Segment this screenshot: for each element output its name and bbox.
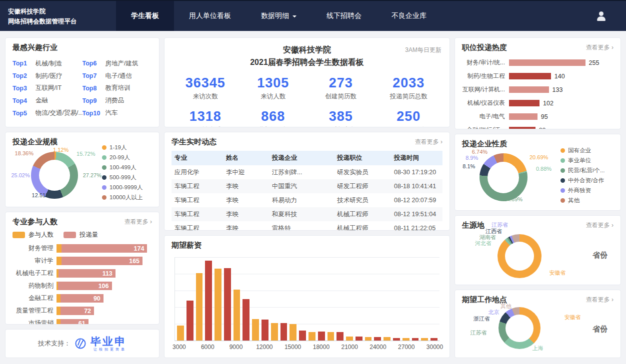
donut-hole bbox=[488, 162, 519, 193]
heat-bar bbox=[509, 59, 586, 66]
work-location-donut: 省份 其他北京浙江省江苏省上海安徽省 bbox=[462, 305, 614, 350]
legend-item[interactable]: 民营/私营/个... bbox=[560, 167, 614, 174]
legend-item[interactable]: 1000-9999人 bbox=[102, 184, 152, 191]
histogram-bar bbox=[384, 337, 390, 341]
nav-tab-线下招聘会[interactable]: 线下招聘会 bbox=[312, 1, 376, 31]
biyeshen-tagline: 让校招更简单 bbox=[94, 348, 126, 351]
donut-label: 上海 bbox=[532, 345, 544, 352]
x-axis-tick-label: 27000 bbox=[398, 344, 414, 351]
legend-item[interactable]: 10000人以上 bbox=[102, 194, 152, 201]
major-track: 165 bbox=[56, 257, 152, 265]
legend-label: 参与人数 bbox=[28, 231, 54, 239]
origin-donut: 省份 江苏省江西省湖南省河北省安徽省 bbox=[462, 230, 614, 277]
table-cell: 李映 bbox=[223, 193, 269, 207]
legend-label: 民营/私营/个... bbox=[568, 167, 604, 174]
industry-item: Top4金融 bbox=[12, 94, 82, 107]
nav-tab-学生看板[interactable]: 学生看板 bbox=[116, 1, 174, 31]
histogram-bar bbox=[290, 324, 296, 341]
heat-value: 140 bbox=[554, 73, 565, 80]
table-cell: 研发实验员 bbox=[334, 165, 391, 179]
table-column-header: 专业 bbox=[172, 151, 223, 165]
table-cell: 车辆工程 bbox=[172, 221, 223, 231]
stat-item: 385通过初审数 bbox=[307, 109, 375, 127]
legend-dot bbox=[560, 198, 565, 203]
legend-item[interactable]: 投递量 bbox=[64, 231, 98, 239]
nav-tab-label: 用人单位看板 bbox=[189, 11, 231, 20]
legend-label: 500-999人 bbox=[110, 174, 136, 181]
origin-title: 生源地 bbox=[462, 221, 484, 230]
table-row: 车辆工程李映中国重汽研发工程师08-18 10:41:41 bbox=[172, 179, 442, 193]
major-label: 机械电子工程 bbox=[12, 269, 56, 278]
stat-value: 273 bbox=[307, 75, 375, 91]
company-size-chart-row: 1.12%15.72%27.27%12.51%25.02%18.36% 1-19… bbox=[12, 147, 152, 198]
legend-item[interactable]: 20-99人 bbox=[102, 154, 152, 161]
major-label: 财务管理 bbox=[12, 244, 56, 253]
activity-table-body: 应用化学李中迎江苏剑牌...研发实验员08-30 17:19:20车辆工程李映中… bbox=[172, 165, 442, 231]
histogram-bar bbox=[374, 337, 381, 341]
brand: 安徽科技学院 网络招聘会数据管理平台 bbox=[0, 1, 116, 31]
job-heat-view-more-link[interactable]: 查看更多 › bbox=[586, 43, 614, 52]
company-type-legend: 国有企业事业单位民营/私营/个...中外合资/合作外商独资其他 bbox=[560, 149, 614, 202]
legend-item[interactable]: 国有企业 bbox=[560, 147, 614, 154]
legend-item[interactable]: 外商独资 bbox=[560, 187, 614, 194]
delivery-bar: 61 bbox=[60, 319, 88, 325]
legend-item[interactable]: 1-19人 bbox=[102, 144, 152, 151]
legend-item[interactable]: 500-999人 bbox=[102, 174, 152, 181]
nav-tab-数据明细[interactable]: 数据明细 bbox=[246, 1, 312, 31]
dashboard-title: 安徽科技学院 2021届春季招聘会学生数据看板 bbox=[172, 44, 442, 69]
donut-ring bbox=[498, 234, 542, 278]
origin-axis-label: 省份 bbox=[592, 251, 608, 260]
activity-view-more-link[interactable]: 查看更多 › bbox=[415, 138, 442, 146]
legend-item[interactable]: 参与人数 bbox=[12, 231, 54, 239]
donut-label: 河北省 bbox=[475, 240, 492, 247]
card-origin: 生源地 查看更多 › 省份 江苏省江西省湖南省河北省安徽省 bbox=[454, 215, 621, 285]
x-axis-tick-label: 15000 bbox=[284, 344, 301, 351]
histogram-bar bbox=[214, 269, 222, 341]
heat-row: 电子/电气95 bbox=[462, 112, 614, 121]
histogram-bar bbox=[365, 337, 372, 341]
legend-label: 20-99人 bbox=[110, 154, 130, 161]
card-company-size: 投递企业规模 1.12%15.72%27.27%12.51%25.02%18.3… bbox=[5, 132, 160, 207]
table-header-row: 专业姓名投递企业投递职位投递时间 bbox=[172, 151, 442, 165]
heat-value: 133 bbox=[552, 86, 563, 93]
donut-label: 1.12% bbox=[53, 147, 68, 153]
work-location-axis-label: 省份 bbox=[592, 325, 608, 334]
activity-table-head: 专业姓名投递企业投递职位投递时间 bbox=[172, 151, 442, 165]
industry-rank: Top7 bbox=[82, 72, 106, 79]
x-axis-tick-label: 3000 bbox=[172, 344, 186, 351]
table-cell: 机械工程师 bbox=[334, 207, 391, 221]
legend-item[interactable]: 事业单位 bbox=[560, 157, 614, 164]
table-cell: 08-30 17:19:20 bbox=[391, 165, 442, 179]
heat-label: 电子/电气 bbox=[462, 112, 509, 121]
industry-name: 互联网/IT bbox=[36, 84, 62, 92]
stat-value: 250 bbox=[375, 109, 443, 124]
origin-view-more-link[interactable]: 查看更多 › bbox=[586, 221, 614, 230]
major-row: 机械电子工程113 bbox=[12, 269, 152, 278]
industry-name: 教育培训 bbox=[106, 84, 130, 92]
left-column: 最感兴趣行业 Top1机械/制造Top2制药/医疗Top3互联网/ITTop4金… bbox=[5, 37, 160, 360]
nav-tab-label: 学生看板 bbox=[131, 11, 159, 20]
x-axis-tick-label: 9000 bbox=[230, 344, 243, 351]
work-location-view-more-link[interactable]: 查看更多 › bbox=[586, 296, 614, 304]
nav-tab-不良企业库[interactable]: 不良企业库 bbox=[376, 1, 442, 31]
majors-legend: 参与人数投递量 bbox=[12, 231, 152, 239]
majors-view-more-link[interactable]: 查看更多 › bbox=[124, 218, 152, 226]
table-cell: 李映 bbox=[223, 221, 269, 231]
histogram-bar bbox=[402, 338, 410, 341]
delivery-bar: 174 bbox=[62, 244, 148, 253]
donut-label: 安徽省 bbox=[564, 313, 581, 321]
stat-item: 273创建简历数 bbox=[307, 75, 375, 101]
legend-item[interactable]: 其他 bbox=[560, 197, 614, 204]
dashboard-page: 安徽科技学院 网络招聘会数据管理平台 学生看板用人单位看板数据明细线下招聘会不良… bbox=[0, 0, 626, 364]
histogram-bar bbox=[186, 301, 194, 341]
legend-item[interactable]: 中外合资/合作 bbox=[560, 177, 614, 184]
nav-tab-用人单位看板[interactable]: 用人单位看板 bbox=[174, 1, 246, 31]
stat-item: 1305来访人数 bbox=[240, 75, 308, 101]
company-type-chart-row: 20.69%0.88%54.69%8.1%8.9%6.74% 国有企业事业单位民… bbox=[462, 149, 614, 202]
histogram-bar bbox=[393, 338, 400, 341]
legend-item[interactable]: 100-499人 bbox=[102, 164, 152, 171]
brand-line2: 网络招聘会数据管理平台 bbox=[8, 16, 116, 26]
nav-tab-label: 不良企业库 bbox=[392, 11, 426, 20]
nav-tab-label: 数据明细 bbox=[261, 11, 289, 20]
user-icon[interactable] bbox=[596, 11, 606, 21]
